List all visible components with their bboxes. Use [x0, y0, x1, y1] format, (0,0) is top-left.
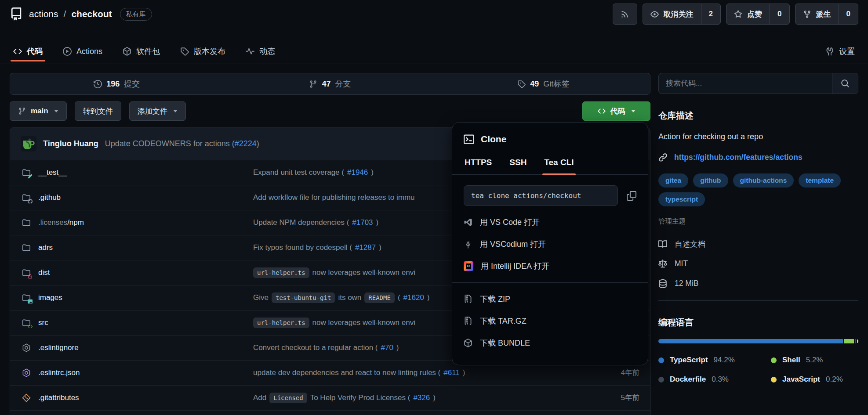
tab-Actions[interactable]: Actions — [63, 39, 102, 64]
commit-author[interactable]: Tingluo Huang — [43, 139, 98, 148]
commit-message[interactable]: Update CODEOWNERS for actions (#2224) — [105, 139, 259, 148]
lang-bar-segment-Dockerfile[interactable] — [855, 339, 856, 343]
menu-item-下载 TAR.GZ[interactable]: 下载 TAR.GZ — [464, 310, 636, 332]
tab-代码[interactable]: 代码 — [13, 39, 43, 64]
folder-icon — [22, 218, 31, 227]
menu-item-下载 ZIP[interactable]: 下载 ZIP — [464, 288, 636, 310]
issue-link[interactable]: #2224 — [235, 139, 257, 148]
star-button[interactable]: 点赞 0 — [726, 4, 789, 25]
clone-tab-Tea CLI[interactable]: Tea CLI — [544, 158, 574, 174]
add-file-button[interactable]: 添加文件 — [129, 101, 186, 121]
website-link[interactable]: https://github.com/features/actions — [674, 153, 803, 162]
visibility-badge: 私有库 — [120, 8, 152, 21]
topic-chip-gitea[interactable]: gitea — [658, 173, 688, 188]
issue-link[interactable]: #1703 — [352, 218, 373, 227]
message-text: ) — [433, 393, 436, 402]
menu-item-用 VSCodium 打开[interactable]: 用 VSCodium 打开 — [464, 233, 636, 255]
issue-link[interactable]: #1946 — [347, 168, 368, 177]
stat-Git标签[interactable]: 49Git标签 — [437, 79, 650, 89]
play-icon — [63, 47, 72, 56]
clone-command-input[interactable]: tea clone actions/checkout — [464, 185, 618, 206]
file-name-part: __test__ — [38, 168, 67, 177]
legend-item-Shell[interactable]: Shell5.2% — [771, 356, 858, 364]
tab-软件包[interactable]: 软件包 — [123, 39, 160, 64]
file-name[interactable]: .eslintignore — [38, 343, 253, 352]
lang-bar-segment-Shell[interactable] — [844, 339, 854, 343]
watch-count[interactable]: 2 — [701, 4, 720, 24]
menu-item-用 Intellij IDEA 打开[interactable]: IJ用 Intellij IDEA 打开 — [464, 255, 636, 277]
vscode-icon — [464, 218, 472, 227]
issue-link[interactable]: #1287 — [355, 243, 376, 252]
file-name[interactable]: src — [38, 318, 253, 327]
chevron-down-icon — [54, 110, 58, 112]
menu-item-下载 BUNDLE[interactable]: 下载 BUNDLE — [464, 332, 636, 354]
rss-button[interactable] — [613, 4, 637, 25]
clone-panel-header: Clone — [464, 134, 636, 144]
file-commit-message[interactable]: AddLicensedTo Help Verify Prod Licenses … — [253, 393, 591, 403]
issue-link[interactable]: #611 — [443, 368, 460, 377]
language-bar[interactable] — [658, 339, 858, 343]
goto-file-button[interactable]: 转到文件 — [75, 101, 121, 121]
terminal-icon — [464, 134, 474, 144]
tab-动态[interactable]: 动态 — [246, 39, 275, 64]
file-name[interactable]: __test__ — [38, 168, 253, 177]
inline-code-chip: README — [364, 292, 395, 303]
topic-chip-github[interactable]: github — [693, 173, 728, 188]
lang-bar-segment-JavaScript[interactable] — [857, 339, 858, 343]
star-count[interactable]: 0 — [770, 4, 789, 24]
inline-code-chip: Licensed — [269, 393, 307, 403]
file-commit-message[interactable]: update dev dependencies and react to new… — [253, 368, 591, 377]
folder-edit-icon — [21, 168, 32, 177]
menu-item-用 VS Code 打开[interactable]: 用 VS Code 打开 — [464, 211, 636, 233]
code-download-button[interactable]: 代码 — [582, 101, 650, 121]
issue-link[interactable]: #326 — [413, 393, 430, 402]
stat-分支[interactable]: 47分支 — [223, 79, 436, 89]
repo-breadcrumb: actions / checkout — [29, 9, 112, 19]
file-name[interactable]: adrs — [38, 243, 253, 252]
tab-label: Actions — [76, 47, 102, 56]
fork-count[interactable]: 0 — [839, 4, 858, 24]
code-icon — [13, 47, 22, 56]
topic-chip-github-actions[interactable]: github-actions — [733, 173, 794, 188]
folder-icon — [21, 218, 32, 227]
legend-dot — [771, 357, 777, 363]
file-name[interactable]: .eslintrc.json — [38, 368, 253, 377]
file-name[interactable]: .licenses/npm — [38, 218, 253, 227]
meta-item-database[interactable]: 12 MiB — [658, 274, 858, 293]
stat-label: Git标签 — [543, 79, 569, 89]
search-button[interactable] — [832, 73, 858, 94]
issue-link[interactable]: #1620 — [403, 293, 424, 302]
file-name[interactable]: .github — [38, 193, 253, 202]
folder-icon — [22, 243, 31, 252]
legend-item-Dockerfile[interactable]: Dockerfile0.3% — [658, 375, 771, 384]
tab-版本发布[interactable]: 版本发布 — [180, 39, 225, 64]
clone-tab-HTTPS[interactable]: HTTPS — [465, 158, 492, 174]
repo-name-link[interactable]: checkout — [71, 9, 112, 19]
topic-chip-template[interactable]: template — [799, 173, 841, 188]
pulse-icon — [246, 47, 254, 56]
legend-item-JavaScript[interactable]: JavaScript0.2% — [771, 375, 858, 384]
image-badge-icon — [28, 299, 33, 304]
search-input[interactable] — [659, 73, 832, 94]
stat-提交[interactable]: 196提交 — [10, 79, 223, 89]
legend-item-TypeScript[interactable]: TypeScript94.2% — [658, 356, 771, 364]
lang-bar-segment-TypeScript[interactable] — [658, 339, 843, 343]
meta-item-book[interactable]: 自述文档 — [658, 234, 858, 254]
meta-item-law[interactable]: MIT — [658, 254, 858, 274]
copy-icon[interactable] — [627, 191, 636, 201]
unwatch-button[interactable]: 取消关注 2 — [643, 4, 721, 25]
file-name[interactable]: .gitattributes — [38, 393, 253, 402]
file-row[interactable]: .gitattributesAddLicensedTo Help Verify … — [10, 386, 650, 411]
branch-selector[interactable]: main — [10, 101, 67, 121]
file-name[interactable]: images — [38, 293, 253, 302]
tab-settings[interactable]: 设置 — [825, 39, 855, 64]
topic-chip-typescript[interactable]: typescript — [658, 192, 705, 206]
file-name[interactable]: dist — [38, 268, 253, 277]
clone-tab-SSH[interactable]: SSH — [509, 158, 527, 174]
issue-link[interactable]: #70 — [381, 343, 393, 352]
repo-owner-link[interactable]: actions — [29, 9, 58, 19]
avatar[interactable] — [21, 136, 36, 152]
fork-button[interactable]: 派生 0 — [795, 4, 858, 25]
stat-label: 分支 — [335, 79, 351, 89]
manage-topics-link[interactable]: 管理主题 — [658, 217, 858, 226]
